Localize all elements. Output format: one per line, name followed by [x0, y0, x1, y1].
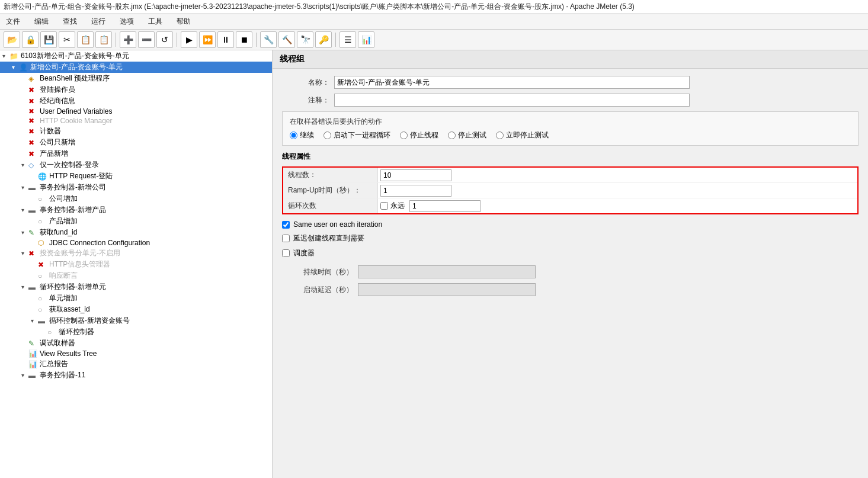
tree-node-23[interactable]: ○获取asset_id — [0, 304, 272, 315]
refresh-button[interactable]: ↺ — [156, 31, 173, 48]
main-area: ▾📁6103新增公司-产品-资金账号-单元▾👤新增公司-产品-资金账号-单元◈B… — [0, 50, 868, 478]
tree-toggle-12[interactable]: ▾ — [21, 184, 28, 191]
lock-button[interactable]: 🔒 — [22, 31, 39, 48]
tree-node-4[interactable]: ✖经纪商信息 — [0, 95, 272, 107]
remove-button[interactable]: ➖ — [138, 31, 155, 48]
tree-icon-14: ▬ — [28, 206, 38, 214]
menu-item-选项[interactable]: 选项 — [116, 15, 137, 28]
paste-button[interactable]: 📋 — [95, 31, 112, 48]
open-button[interactable]: 📂 — [4, 31, 20, 48]
tree-node-8[interactable]: ✖公司只新增 — [0, 137, 272, 148]
loop-forever-checkbox-label[interactable]: 永远 — [380, 201, 405, 211]
comment-input[interactable] — [334, 94, 690, 107]
tree-icon-8: ✖ — [28, 139, 38, 147]
tree-node-11[interactable]: 🌐HTTP Request-登陆 — [0, 171, 272, 182]
tree-node-10[interactable]: ▾◇仅一次控制器-登录 — [0, 159, 272, 171]
radio-stop-test-input[interactable] — [448, 131, 456, 139]
same-user-label: Same user on each iteration — [293, 220, 382, 229]
stop-button[interactable]: ⏹ — [236, 31, 252, 48]
tree-node-6[interactable]: ✖HTTP Cookie Manager — [0, 116, 272, 126]
tree-node-3[interactable]: ✖登陆操作员 — [0, 84, 272, 95]
tree-toggle-16[interactable]: ▾ — [21, 229, 28, 236]
tree-node-7[interactable]: ✖计数器 — [0, 126, 272, 137]
cut-button[interactable]: ✂ — [59, 31, 75, 48]
menu-item-帮助[interactable]: 帮助 — [173, 15, 194, 28]
tree-toggle-24[interactable]: ▾ — [31, 317, 38, 324]
list-button[interactable]: ☰ — [339, 31, 356, 48]
radio-stop-thread-input[interactable] — [400, 131, 408, 139]
play-button[interactable]: ▶ — [181, 31, 197, 48]
tree-node-9[interactable]: ✖产品新增 — [0, 148, 272, 159]
thread-count-row: 线程数： — [283, 168, 857, 183]
name-input[interactable] — [334, 76, 690, 89]
tree-node-13[interactable]: ○公司增加 — [0, 193, 272, 204]
tree-node-24[interactable]: ▾▬循环控制器-新增资金账号 — [0, 315, 272, 326]
radio-stop-thread[interactable]: 停止线程 — [400, 130, 438, 140]
tree-icon-5: ✖ — [28, 107, 38, 116]
same-user-checkbox[interactable] — [282, 221, 290, 229]
pause-button[interactable]: ⏸ — [217, 31, 234, 48]
chart-button[interactable]: 📊 — [358, 31, 374, 48]
tree-node-20[interactable]: ○响应断言 — [0, 270, 272, 281]
tree-icon-2: ◈ — [28, 75, 38, 83]
tree-node-16[interactable]: ▾✎获取fund_id — [0, 227, 272, 238]
tree-toggle-18[interactable]: ▾ — [21, 250, 28, 256]
tree-node-5[interactable]: ✖User Defined Variables — [0, 107, 272, 116]
menu-item-编辑[interactable]: 编辑 — [31, 15, 52, 28]
tree-node-21[interactable]: ▾▬循环控制器-新增单元 — [0, 281, 272, 293]
tree-node-19[interactable]: ✖HTTP信息头管理器 — [0, 259, 272, 270]
tree-toggle-1[interactable]: ▾ — [12, 64, 19, 70]
radio-stop-test-now[interactable]: 立即停止测试 — [496, 130, 549, 140]
tree-toggle-21[interactable]: ▾ — [21, 284, 28, 290]
tree-node-28[interactable]: 📊汇总报告 — [0, 358, 272, 370]
radio-stop-test-now-input[interactable] — [496, 131, 504, 139]
menu-item-运行[interactable]: 运行 — [88, 15, 109, 28]
radio-stop-test[interactable]: 停止测试 — [448, 130, 486, 140]
tree-node-12[interactable]: ▾▬事务控制器-新增公司 — [0, 182, 272, 193]
delay-checkbox[interactable] — [282, 235, 290, 242]
tree-toggle-10[interactable]: ▾ — [21, 162, 28, 168]
copy-button[interactable]: 📋 — [77, 31, 94, 48]
key-button[interactable]: 🔑 — [315, 31, 332, 48]
duration-input[interactable] — [358, 265, 536, 278]
menu-item-文件[interactable]: 文件 — [2, 15, 24, 28]
tree-icon-12: ▬ — [28, 184, 38, 192]
tree-toggle-14[interactable]: ▾ — [21, 207, 28, 213]
tree-node-26[interactable]: ✎调试取样器 — [0, 338, 272, 349]
loop-count-input[interactable] — [409, 200, 481, 212]
play-all-button[interactable]: ⏩ — [199, 31, 216, 48]
radio-continue[interactable]: 继续 — [290, 130, 314, 140]
tree-toggle-29[interactable]: ▾ — [21, 372, 28, 378]
tree-node-2[interactable]: ◈BeanShell 预处理程序 — [0, 73, 272, 84]
loop-forever-checkbox[interactable] — [380, 202, 388, 210]
tree-node-15[interactable]: ○产品增加 — [0, 216, 272, 227]
radio-next-loop-input[interactable] — [324, 131, 331, 139]
menu-item-工具[interactable]: 工具 — [145, 15, 166, 28]
tree-node-1[interactable]: ▾👤新增公司-产品-资金账号-单元 — [0, 62, 272, 73]
save-button[interactable]: 💾 — [40, 31, 57, 48]
search-button[interactable]: 🔭 — [297, 31, 313, 48]
rampup-label: Ramp-Up时间（秒）： — [283, 183, 378, 198]
tree-node-17[interactable]: ⬡JDBC Connection Configuration — [0, 238, 272, 248]
tree-label-20: 响应断言 — [49, 271, 78, 281]
tree-node-0[interactable]: ▾📁6103新增公司-产品-资金账号-单元 — [0, 50, 272, 62]
thread-count-input[interactable] — [380, 169, 451, 181]
toolbar-separator-10 — [177, 33, 177, 47]
radio-continue-input[interactable] — [290, 131, 297, 139]
startup-delay-input[interactable] — [358, 283, 536, 296]
tree-node-18[interactable]: ▾✖投资金账号分单元-不启用 — [0, 248, 272, 259]
rampup-input[interactable] — [380, 185, 451, 197]
tree-toggle-0[interactable]: ▾ — [2, 53, 9, 59]
build-button[interactable]: 🔨 — [278, 31, 295, 48]
tree-node-14[interactable]: ▾▬事务控制器-新增产品 — [0, 204, 272, 216]
add-button[interactable]: ➕ — [120, 31, 136, 48]
config-button[interactable]: 🔧 — [260, 31, 277, 48]
tree-node-27[interactable]: 📊View Results Tree — [0, 349, 272, 358]
scheduler-checkbox[interactable] — [282, 249, 290, 257]
tree-node-29[interactable]: ▾▬事务控制器-11 — [0, 370, 272, 381]
tree-label-27: View Results Tree — [40, 349, 97, 358]
tree-node-25[interactable]: ○循环控制器 — [0, 326, 272, 338]
menu-item-查找[interactable]: 查找 — [59, 15, 81, 28]
tree-node-22[interactable]: ○单元增加 — [0, 293, 272, 304]
radio-next-loop[interactable]: 启动下一进程循环 — [324, 130, 390, 140]
